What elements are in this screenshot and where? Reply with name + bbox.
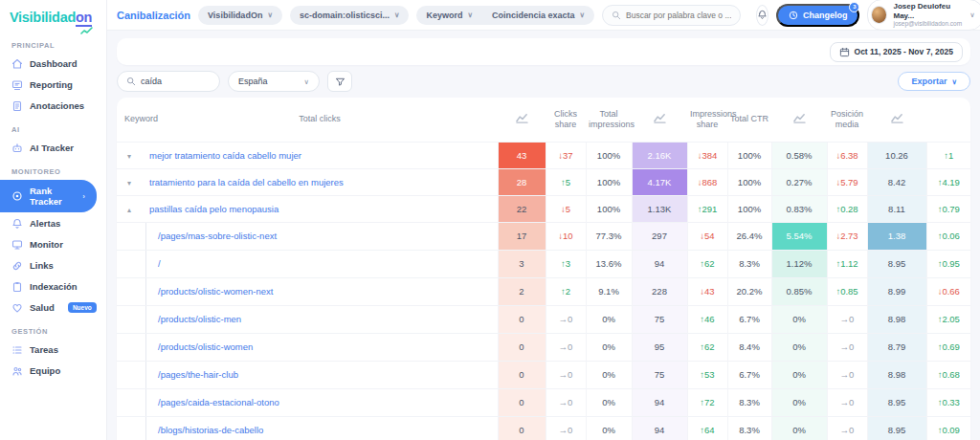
- user-menu[interactable]: Josep Deulofeu May... josep@visibilidado…: [867, 0, 980, 31]
- trend-cell: ↑0.79: [926, 195, 970, 222]
- metric-cell: 0.58%: [771, 142, 827, 168]
- filter-button[interactable]: [327, 71, 352, 92]
- page-url-link[interactable]: /products/olistic-men: [142, 305, 498, 333]
- export-button[interactable]: Exportar ∨: [898, 72, 970, 91]
- trend-cell: ↑0.69: [926, 333, 970, 361]
- share-cell: 100%: [586, 168, 632, 195]
- metric-cell: 0: [498, 305, 546, 333]
- table-row: /blogs/historias-de-cabello0→00%94↑648.3…: [117, 416, 970, 440]
- app-logo[interactable]: Visibilidadon: [0, 6, 106, 33]
- expand-icon[interactable]: ▾: [127, 179, 131, 187]
- table-row: ▾tratamiento para la caída del cabello e…: [117, 168, 970, 195]
- calendar-icon: [839, 47, 850, 57]
- trend-cell: →0: [546, 388, 586, 416]
- table-row: /pages/the-hair-club0→00%75↑536.7%0%→08.…: [117, 361, 970, 388]
- sidebar-item-anotaciones[interactable]: Anotaciones: [0, 96, 106, 116]
- page-url-link[interactable]: /pages/mas-sobre-olistic-next: [142, 222, 498, 250]
- trend-cell: ↑3: [546, 250, 586, 277]
- expander-cell: [117, 222, 142, 250]
- table-row: /pages/caida-estacional-otono0→00%94↑728…: [117, 388, 970, 416]
- main-area: Canibalización VisibilidadOn ∨ sc-domain…: [107, 0, 980, 440]
- expander-cell: [117, 416, 142, 440]
- column-header-total-ctr: Total CTR: [727, 98, 771, 142]
- sidebar-item-label: Rank Tracker: [30, 186, 69, 207]
- match-type-dropdown[interactable]: Coincidencia exacta ∨: [482, 6, 594, 25]
- sidebar-item-alertas[interactable]: Alertas: [0, 213, 106, 233]
- chevron-down-icon: ∨: [579, 11, 585, 19]
- collapse-icon[interactable]: ▴: [127, 206, 131, 214]
- page-url-link[interactable]: /products/olistic-women-next: [142, 277, 498, 305]
- metric-cell: 297: [632, 222, 687, 250]
- date-range-picker[interactable]: Oct 11, 2025 - Nov 7, 2025: [830, 42, 963, 62]
- sidebar-item-links[interactable]: Links: [0, 255, 106, 275]
- sidebar-item-rank-tracker[interactable]: Rank Tracker›: [0, 180, 97, 212]
- sidebar-item-label: Monitor: [30, 239, 63, 250]
- sidebar-item-label: Links: [30, 260, 54, 271]
- trend-cell: ↓2.73: [827, 222, 867, 250]
- trend-cell: →0: [546, 361, 586, 388]
- column-header-impressions-share: Impressions share: [687, 98, 727, 142]
- sidebar-item-ai-tracker[interactable]: AI Tracker: [0, 138, 106, 158]
- sidebar-nav: PRINCIPALDashboardReportingAnotacionesAI…: [0, 33, 106, 381]
- sidebar-item-monitor[interactable]: Monitor: [0, 234, 106, 254]
- keyword-link[interactable]: tratamiento para la caída del cabello en…: [142, 168, 498, 195]
- notifications-button[interactable]: [756, 5, 768, 26]
- keyword-link[interactable]: pastillas caída pelo menopausia: [142, 195, 498, 222]
- content-area: Oct 11, 2025 - Nov 7, 2025 España ∨ Expo…: [107, 31, 980, 440]
- trend-cell: ↑0.06: [926, 222, 970, 250]
- table-row: /products/olistic-women-next2↑29.1%228↓4…: [117, 277, 970, 305]
- chevron-down-icon: ∨: [304, 77, 310, 86]
- country-select[interactable]: España ∨: [228, 71, 320, 92]
- metric-cell: 0%: [771, 333, 827, 361]
- trend-cell: →0: [827, 388, 867, 416]
- metric-cell: 0: [498, 361, 546, 388]
- page-url-link[interactable]: /: [142, 250, 498, 277]
- keyword-label: pastillas caída pelo menopausia: [144, 204, 496, 214]
- metric-cell: 2.16K: [632, 142, 687, 168]
- metric-cell: 2: [498, 277, 546, 305]
- sidebar-item-reporting[interactable]: Reporting: [0, 75, 106, 95]
- report-icon: [11, 79, 23, 91]
- clock-icon: [789, 11, 798, 20]
- metric-cell: 8.98: [867, 305, 926, 333]
- sidebar-item-dashboard[interactable]: Dashboard: [0, 54, 106, 74]
- sidebar: Visibilidadon PRINCIPALDashboardReportin…: [0, 0, 107, 440]
- keyword-search-input[interactable]: [141, 77, 208, 86]
- date-toolbar-card: Oct 11, 2025 - Nov 7, 2025: [117, 38, 970, 65]
- share-cell: 100%: [727, 142, 771, 168]
- page-url-link[interactable]: /pages/the-hair-club: [142, 361, 498, 388]
- share-cell: 8.3%: [727, 250, 771, 277]
- share-cell: 9.1%: [586, 277, 632, 305]
- expander-cell: ▾: [117, 168, 142, 195]
- sidebar-item-equipo[interactable]: Equipo: [0, 361, 106, 381]
- page-url-link[interactable]: /products/olistic-women: [142, 333, 498, 361]
- expander-cell: ▴: [117, 195, 142, 222]
- share-cell: 100%: [727, 168, 771, 195]
- metric-cell: 0%: [771, 416, 827, 440]
- user-name: Josep Deulofeu May...: [893, 2, 964, 20]
- metric-cell: 94: [632, 250, 687, 277]
- page-url-link[interactable]: /blogs/historias-de-cabello: [142, 416, 498, 440]
- global-search-input[interactable]: [626, 11, 731, 20]
- metric-cell: 8.99: [867, 277, 926, 305]
- keyword-type-dropdown[interactable]: Keyword ∨: [416, 6, 482, 25]
- metric-cell: 0: [498, 333, 546, 361]
- trend-cell: →0: [827, 416, 867, 440]
- domain-dropdown[interactable]: sc-domain:olisticsci... ∨: [290, 6, 410, 25]
- metric-cell: 5.54%: [771, 222, 827, 250]
- metric-cell: 22: [498, 195, 546, 222]
- project-dropdown[interactable]: VisibilidadOn ∨: [198, 6, 282, 25]
- page-url-link[interactable]: /pages/caida-estacional-otono: [142, 388, 498, 416]
- keyword-link[interactable]: mejor tratamiento caída cabello mujer: [142, 142, 498, 168]
- share-cell: 100%: [586, 142, 632, 168]
- sidebar-item-indexaci-n[interactable]: Indexación: [0, 276, 106, 297]
- sidebar-item-tareas[interactable]: Tareas: [0, 340, 106, 360]
- sidebar-item-salud[interactable]: SaludNuevo: [0, 297, 106, 318]
- metric-cell: 94: [632, 416, 687, 440]
- trend-cell: ↑0.68: [926, 361, 970, 388]
- changelog-button[interactable]: Changelog 3: [776, 4, 860, 27]
- expand-icon[interactable]: ▾: [127, 152, 131, 161]
- trend-cell: ↓37: [546, 142, 586, 168]
- trend-cell: →0: [827, 333, 867, 361]
- trend-cell: ↑1: [926, 142, 970, 168]
